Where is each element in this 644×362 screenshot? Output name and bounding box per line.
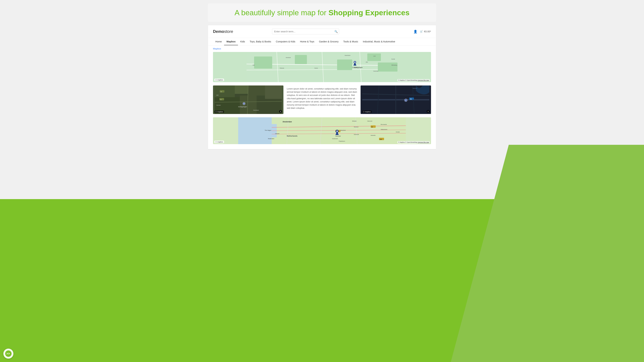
svg-text:The Hague: The Hague bbox=[265, 130, 271, 131]
mapbox-logo-3: ⬡mapbox bbox=[362, 110, 372, 113]
svg-rect-29 bbox=[248, 85, 265, 95]
svg-text:Münster: Münster bbox=[336, 135, 341, 137]
svg-point-45 bbox=[244, 103, 244, 104]
user-icon[interactable]: 👤 bbox=[414, 30, 418, 33]
svg-point-91 bbox=[336, 131, 338, 132]
map-satellite-svg: 70 70 eek Gemen Schöppingen Horstmar bbox=[213, 85, 284, 114]
svg-text:Amsterdam: Amsterdam bbox=[282, 121, 292, 123]
nav-item-home[interactable]: Home bbox=[213, 38, 224, 45]
store-header: Demostore 🔍 👤 🛒 €0.00* bbox=[208, 25, 436, 38]
svg-text:Minden: Minden bbox=[352, 120, 356, 122]
nav-item-toys[interactable]: Toys, Baby & Books bbox=[247, 38, 274, 45]
map-attribution-1: © Mapbox © OpenStreetMap Improve this ma… bbox=[398, 79, 430, 81]
svg-rect-6 bbox=[254, 56, 272, 68]
svg-text:Hamelin: Hamelin bbox=[371, 135, 376, 136]
mapbox-logo-2: ⬡mapbox bbox=[214, 110, 224, 113]
svg-text:Horstmar: Horstmar bbox=[253, 109, 259, 111]
svg-text:Averbeck: Averbeck bbox=[286, 57, 291, 58]
svg-text:Fleehook: Fleehook bbox=[280, 67, 284, 69]
svg-rect-10 bbox=[378, 62, 398, 71]
info-icon-1[interactable]: ℹ bbox=[279, 110, 282, 113]
bottom-logo[interactable]: >> bbox=[3, 349, 14, 359]
svg-text:70: 70 bbox=[220, 99, 222, 100]
map-full-svg: Averbeck Haverbeck Leer Dumte Ahle Fleeh… bbox=[213, 52, 431, 82]
svg-text:Haverbeck: Haverbeck bbox=[345, 55, 350, 56]
map-full-top: Averbeck Haverbeck Leer Dumte Ahle Fleeh… bbox=[213, 52, 431, 82]
map-dark-svg: 31 Steinfur bbox=[360, 85, 431, 114]
map-satellite: 70 70 eek Gemen Schöppingen Horstmar ⬡ma… bbox=[213, 85, 284, 114]
svg-rect-28 bbox=[235, 85, 248, 94]
map-bottom-svg: 68 N35 243 Amsterdam The Hague Utrecht R… bbox=[213, 117, 431, 144]
mapbox-logo-1: ⬡mapbox bbox=[214, 79, 224, 81]
store-logo[interactable]: Demostore bbox=[213, 29, 233, 34]
svg-text:31: 31 bbox=[410, 98, 412, 100]
svg-text:Paderborn: Paderborn bbox=[339, 140, 345, 142]
svg-text:Rotterdam: Rotterdam bbox=[268, 138, 274, 139]
search-bar: 🔍 bbox=[272, 29, 339, 34]
improve-map-link-1[interactable]: Improve this map bbox=[418, 79, 429, 81]
nav-item-mapbox[interactable]: Mapbox bbox=[224, 38, 238, 45]
svg-text:243: 243 bbox=[380, 139, 382, 140]
search-input[interactable] bbox=[272, 29, 339, 34]
map-bottom: 68 N35 243 Amsterdam The Hague Utrecht R… bbox=[213, 117, 431, 144]
svg-text:Gemen: Gemen bbox=[216, 104, 221, 106]
svg-text:Gutersloh: Gutersloh bbox=[332, 138, 338, 139]
breadcrumb: Mapbox bbox=[208, 45, 436, 52]
nav-item-tools[interactable]: Tools & Music bbox=[341, 38, 360, 45]
svg-rect-30 bbox=[265, 85, 282, 99]
hero-section: A beautifully simple map for Shopping Ex… bbox=[208, 3, 436, 22]
header-actions: 👤 🛒 €0.00* bbox=[414, 30, 431, 33]
svg-rect-9 bbox=[367, 53, 381, 61]
improve-map-link-2[interactable]: Improve this map bbox=[418, 141, 429, 143]
svg-text:Schöppingen: Schöppingen bbox=[354, 67, 362, 68]
svg-text:Detmold: Detmold bbox=[354, 134, 359, 135]
svg-text:>>: >> bbox=[6, 352, 10, 355]
nav-item-industrial[interactable]: Industrial, Music & Automotive bbox=[360, 38, 398, 45]
bottom-logo-icon: >> bbox=[5, 350, 12, 357]
svg-text:Leer: Leer bbox=[373, 55, 376, 57]
search-button[interactable]: 🔍 bbox=[334, 30, 338, 33]
svg-text:Ahle: Ahle bbox=[252, 64, 255, 66]
svg-text:Hildesheim: Hildesheim bbox=[381, 129, 388, 130]
svg-text:Gemen: Gemen bbox=[314, 67, 318, 69]
svg-point-24 bbox=[354, 62, 356, 63]
svg-text:Herford: Herford bbox=[354, 126, 358, 128]
map-row: 70 70 eek Gemen Schöppingen Horstmar ⬡ma… bbox=[213, 85, 431, 114]
cart-total: €0.00* bbox=[424, 30, 431, 33]
store-nav: Home Mapbox Kids Toys, Baby & Books Comp… bbox=[208, 38, 436, 45]
store-container: Demostore 🔍 👤 🛒 €0.00* Home Mapbox Kids … bbox=[208, 25, 436, 149]
svg-text:Brunswick: Brunswick bbox=[381, 124, 387, 125]
map-dark: 31 Steinfur ⬡mapbox ℹ bbox=[360, 85, 431, 114]
svg-text:Netherlands: Netherlands bbox=[287, 135, 298, 137]
svg-text:Hanover: Hanover bbox=[367, 120, 372, 122]
svg-text:Wilmsberg: Wilmsberg bbox=[392, 64, 397, 66]
mapbox-logo-4: ⬡mapbox bbox=[214, 141, 224, 143]
svg-text:Goslar: Goslar bbox=[396, 131, 400, 133]
map-description: Lorem ipsum dolor sit amet, consetetur s… bbox=[287, 85, 357, 111]
svg-text:Horstmar: Horstmar bbox=[373, 70, 378, 72]
svg-text:Bielefeld: Bielefeld bbox=[340, 130, 346, 131]
cart-info[interactable]: 🛒 €0.00* bbox=[420, 30, 431, 33]
cart-icon: 🛒 bbox=[420, 30, 423, 33]
svg-text:Alst: Alst bbox=[366, 61, 368, 63]
svg-text:Steinfur: Steinfur bbox=[412, 88, 417, 89]
svg-rect-33 bbox=[256, 99, 282, 114]
svg-text:eek: eek bbox=[216, 94, 219, 96]
svg-rect-32 bbox=[240, 95, 256, 114]
svg-text:68: 68 bbox=[371, 126, 373, 128]
map-attribution-2: © Mapbox © OpenStreetMap Improve this ma… bbox=[398, 141, 430, 143]
info-icon-2[interactable]: ℹ bbox=[427, 110, 430, 113]
svg-rect-8 bbox=[337, 59, 352, 70]
svg-point-56 bbox=[405, 100, 406, 101]
nav-item-kids[interactable]: Kids bbox=[238, 38, 247, 45]
breadcrumb-link[interactable]: Mapbox bbox=[213, 47, 221, 50]
svg-text:Dumte: Dumte bbox=[392, 58, 395, 60]
content-area: Averbeck Haverbeck Leer Dumte Ahle Fleeh… bbox=[208, 52, 436, 144]
hero-title: A beautifully simple map for Shopping Ex… bbox=[215, 8, 429, 17]
nav-item-home-toys[interactable]: Home & Toys bbox=[298, 38, 317, 45]
svg-text:70: 70 bbox=[220, 91, 222, 92]
svg-text:Schöppingen: Schöppingen bbox=[238, 106, 247, 108]
nav-item-garden[interactable]: Garden & Grocery bbox=[317, 38, 341, 45]
svg-text:Utrecht: Utrecht bbox=[275, 133, 280, 134]
nav-item-computers[interactable]: Computers & Kids bbox=[274, 38, 298, 45]
